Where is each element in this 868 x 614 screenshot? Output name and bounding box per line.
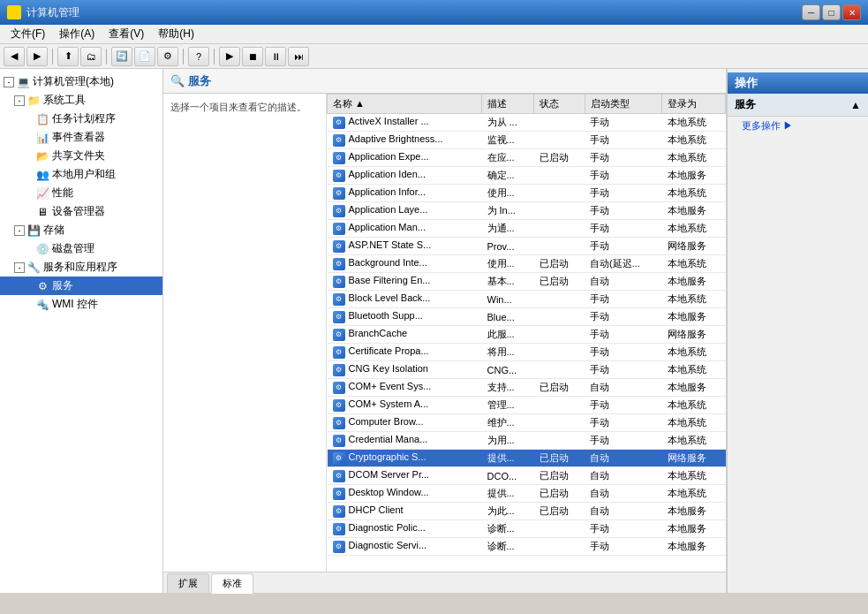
- col-desc[interactable]: 描述: [482, 95, 534, 114]
- play-button[interactable]: ▶: [219, 47, 240, 66]
- disk-icon: 💿: [35, 242, 49, 256]
- table-row[interactable]: ⚙Application Man...为通...手动本地系统: [328, 220, 726, 238]
- tree-wmi[interactable]: 🔩 WMI 控件: [0, 295, 162, 314]
- service-logon-cell: 本地服务: [662, 520, 726, 538]
- expand-system-tools[interactable]: -: [14, 95, 25, 106]
- refresh-button[interactable]: 🔄: [111, 47, 132, 66]
- toolbar-sep-4: [214, 49, 215, 64]
- table-row[interactable]: ⚙Bluetooth Supp...Blue...手动本地服务: [328, 308, 726, 326]
- service-desc-cell: 为用...: [482, 432, 534, 450]
- service-status-cell: [534, 202, 585, 220]
- stop-button[interactable]: ⏹: [242, 47, 263, 66]
- expand-storage[interactable]: -: [14, 225, 25, 236]
- table-row[interactable]: ⚙ActiveX Installer ...为从 ...手动本地系统: [328, 114, 726, 132]
- tree-shared-folders[interactable]: 📂 共享文件夹: [0, 147, 162, 165]
- table-row[interactable]: ⚙Cryptographic S...提供...已启动自动网络服务: [328, 450, 726, 467]
- table-row[interactable]: ⚙COM+ System A...管理...手动本地系统: [328, 397, 726, 414]
- table-row[interactable]: ⚙BranchCache此服...手动网络服务: [328, 326, 726, 344]
- service-logon-cell: 本地系统: [662, 185, 726, 202]
- more-actions-item[interactable]: 更多操作 ▶: [728, 117, 868, 135]
- table-row[interactable]: ⚙DCOM Server Pr...DCO...已启动自动本地系统: [328, 467, 726, 485]
- table-row[interactable]: ⚙Desktop Window...提供...已启动自动本地系统: [328, 485, 726, 503]
- service-desc-cell: 使用...: [482, 185, 534, 202]
- col-name[interactable]: 名称 ▲: [328, 95, 482, 114]
- table-row[interactable]: ⚙Adaptive Brightness...监视...手动本地系统: [328, 132, 726, 149]
- service-name-cell: ⚙Application Expe...: [328, 149, 482, 167]
- table-row[interactable]: ⚙Base Filtering En...基本...已启动自动本地服务: [328, 273, 726, 291]
- tree-services[interactable]: ⚙ 服务: [0, 277, 162, 295]
- service-name-cell: ⚙Diagnostic Polic...: [328, 520, 482, 538]
- services-table-area[interactable]: 名称 ▲ 描述 状态 启动类型 登录为 ⚙ActiveX Installer .…: [327, 94, 726, 572]
- table-row[interactable]: ⚙COM+ Event Sys...支持...已启动自动本地服务: [328, 379, 726, 397]
- table-row[interactable]: ⚙Application Iden...确定...手动本地服务: [328, 167, 726, 185]
- table-row[interactable]: ⚙Block Level Back...Win...手动本地系统: [328, 291, 726, 308]
- col-status[interactable]: 状态: [534, 95, 585, 114]
- table-row[interactable]: ⚙Application Infor...使用...手动本地系统: [328, 185, 726, 202]
- tree-label-disk: 磁盘管理: [52, 241, 94, 256]
- actions-group-label: 服务: [735, 97, 756, 112]
- menu-view[interactable]: 查看(V): [102, 25, 151, 43]
- restart-button[interactable]: ⏭: [288, 47, 309, 66]
- table-row[interactable]: ⚙Credential Mana...为用...手动本地系统: [328, 432, 726, 450]
- table-row[interactable]: ⚙CNG Key IsolationCNG...手动本地系统: [328, 361, 726, 379]
- pause-button[interactable]: ⏸: [265, 47, 286, 66]
- tree-task-scheduler[interactable]: 📋 任务计划程序: [0, 110, 162, 128]
- col-logon[interactable]: 登录为: [662, 95, 726, 114]
- tree-system-tools[interactable]: - 📁 系统工具: [0, 91, 162, 110]
- up-button[interactable]: ⬆: [57, 47, 79, 66]
- tree-services-apps[interactable]: - 🔧 服务和应用程序: [0, 258, 162, 277]
- tree-disk-mgmt[interactable]: 💿 磁盘管理: [0, 239, 162, 258]
- table-row[interactable]: ⚙Diagnostic Servi...诊断...手动本地服务: [328, 538, 726, 556]
- help-button[interactable]: ?: [188, 47, 209, 66]
- menu-help[interactable]: 帮助(H): [151, 25, 201, 43]
- service-name-cell: ⚙Diagnostic Servi...: [328, 538, 482, 556]
- table-row[interactable]: ⚙DHCP Client为此...已启动自动本地服务: [328, 503, 726, 520]
- service-status-cell: [534, 432, 585, 450]
- tab-expand[interactable]: 扩展: [167, 573, 209, 593]
- chevron-up-icon: ▲: [850, 99, 861, 111]
- expand-services-apps[interactable]: -: [14, 262, 25, 273]
- title-bar-left: 计算机管理: [7, 5, 79, 20]
- show-hide-button[interactable]: 🗂: [80, 47, 102, 66]
- table-row[interactable]: ⚙Application Laye...为 In...手动本地服务: [328, 202, 726, 220]
- tree-storage[interactable]: - 💾 存储: [0, 221, 162, 239]
- table-row[interactable]: ⚙Diagnostic Polic...诊断...手动本地服务: [328, 520, 726, 538]
- service-status-cell: [534, 167, 585, 185]
- tab-standard[interactable]: 标准: [211, 573, 253, 594]
- tree-root[interactable]: - 💻 计算机管理(本地): [0, 72, 162, 91]
- table-row[interactable]: ⚙Background Inte...使用...已启动自动(延迟...本地系统: [328, 255, 726, 273]
- service-name-cell: ⚙Computer Brow...: [328, 414, 482, 432]
- close-button[interactable]: ✕: [842, 4, 861, 20]
- table-row[interactable]: ⚙Certificate Propa...将用...手动本地系统: [328, 344, 726, 361]
- back-button[interactable]: ◀: [4, 47, 25, 66]
- tree-device-manager[interactable]: 🖥 设备管理器: [0, 202, 162, 221]
- forward-button[interactable]: ▶: [26, 47, 48, 66]
- menu-action[interactable]: 操作(A): [52, 25, 102, 43]
- tree-event-viewer[interactable]: 📊 事件查看器: [0, 128, 162, 147]
- service-status-cell: [534, 114, 585, 132]
- desc-text: 选择一个项目来查看它的描述。: [170, 102, 306, 112]
- col-startup[interactable]: 启动类型: [585, 95, 662, 114]
- task-icon: 📋: [35, 112, 49, 126]
- table-row[interactable]: ⚙Application Expe...在应...已启动手动本地系统: [328, 149, 726, 167]
- tree-label-perf: 性能: [52, 186, 73, 201]
- minimize-button[interactable]: ─: [802, 4, 820, 20]
- table-row[interactable]: ⚙ASP.NET State S...Prov...手动网络服务: [328, 238, 726, 255]
- tree-local-users[interactable]: 👥 本地用户和组: [0, 165, 162, 184]
- service-name-cell: ⚙Application Man...: [328, 220, 482, 238]
- window-controls: ─ □ ✕: [802, 4, 861, 20]
- tree-expand-root[interactable]: -: [4, 77, 14, 87]
- menu-file[interactable]: 文件(F): [4, 25, 52, 43]
- export-button[interactable]: 📄: [134, 47, 155, 66]
- table-row[interactable]: ⚙Computer Brow...维护...手动本地系统: [328, 414, 726, 432]
- service-logon-cell: 本地服务: [662, 167, 726, 185]
- properties-button[interactable]: ⚙: [157, 47, 178, 66]
- service-logon-cell: 网络服务: [662, 450, 726, 467]
- service-status-cell: 已启动: [534, 149, 585, 167]
- tree-performance[interactable]: 📈 性能: [0, 184, 162, 202]
- service-desc-cell: 将用...: [482, 344, 534, 361]
- maximize-button[interactable]: □: [822, 4, 841, 20]
- service-desc-cell: 诊断...: [482, 538, 534, 556]
- service-startup-cell: 手动: [585, 361, 662, 379]
- service-startup-cell: 手动: [585, 114, 662, 132]
